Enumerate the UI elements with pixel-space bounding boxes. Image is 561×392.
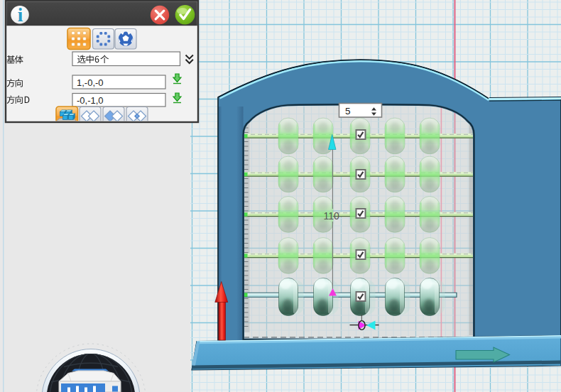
svg-text:1,-0,-0: 1,-0,-0 (77, 77, 104, 88)
svg-text:5: 5 (345, 106, 351, 116)
svg-text:i: i (18, 4, 23, 26)
svg-text:-0,-1,0: -0,-1,0 (77, 95, 104, 106)
svg-text:110: 110 (324, 210, 340, 222)
